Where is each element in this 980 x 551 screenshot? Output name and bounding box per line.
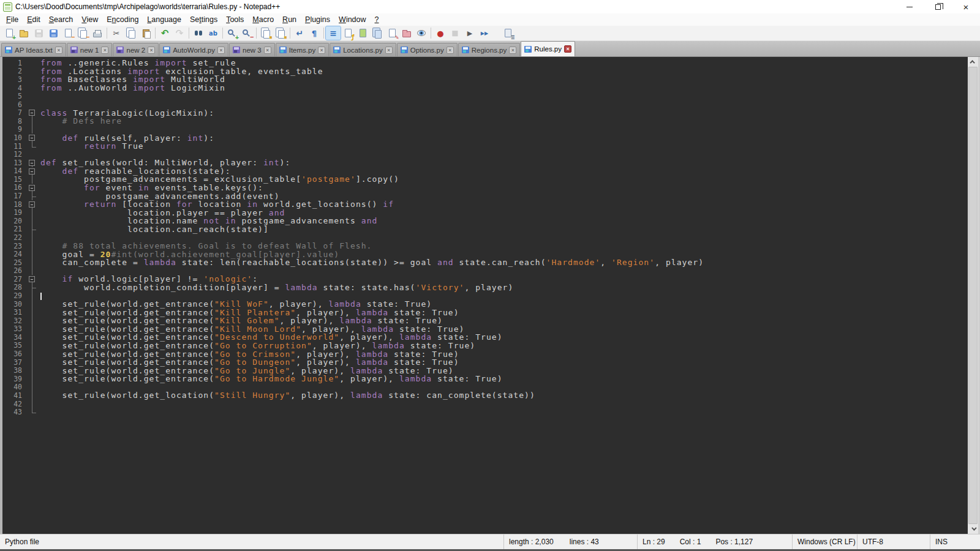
tab-new-1[interactable]: new 1×	[67, 43, 113, 56]
new-file-icon[interactable]: +	[2, 26, 17, 40]
tab-close-icon[interactable]: ×	[264, 47, 271, 54]
tab-close-icon[interactable]: ×	[55, 47, 62, 54]
menu-item-edit[interactable]: Edit	[23, 14, 45, 25]
menu-item-plugins[interactable]: Plugins	[301, 14, 334, 25]
menu-item-window[interactable]: Window	[334, 14, 370, 25]
tab-close-icon[interactable]: ×	[385, 47, 393, 54]
open-folder-icon[interactable]	[17, 26, 31, 40]
find-icon[interactable]	[191, 26, 206, 40]
menu-item-file[interactable]: File	[2, 14, 23, 25]
modification-panel-icon[interactable]: ≡	[500, 26, 515, 40]
tab-close-icon[interactable]: ×	[217, 47, 225, 54]
fold-collapse-icon[interactable]	[29, 135, 35, 141]
show-all-chars-icon[interactable]: ¶	[307, 26, 322, 40]
folder-workspace-icon[interactable]	[399, 26, 414, 40]
insert-mode-label[interactable]: INS	[935, 538, 948, 546]
tab-rules.py[interactable]: Rules.py×	[521, 41, 575, 56]
fold-margin[interactable]	[27, 133, 37, 142]
menu-item-view[interactable]: View	[77, 14, 102, 25]
tab-ap-ideas.txt[interactable]: AP Ideas.txt×	[1, 43, 66, 56]
close-all-icon[interactable]: −	[75, 26, 90, 40]
code-text[interactable]: can_complete = lambda state: len(reachab…	[37, 258, 704, 267]
menu-item-[interactable]: ?	[371, 14, 383, 25]
code-editor[interactable]: 1from ..generic.Rules import set_rule2fr…	[2, 57, 968, 534]
tab-close-icon[interactable]: ×	[509, 47, 516, 54]
fold-collapse-icon[interactable]	[29, 110, 35, 116]
macro-run-multiple-icon[interactable]: ▶▶	[477, 26, 492, 40]
fold-margin[interactable]	[27, 200, 37, 209]
fold-collapse-icon[interactable]	[29, 185, 35, 191]
print-icon[interactable]	[90, 26, 105, 40]
code-text[interactable]: set_rule(world.get_location("Still Hungr…	[37, 391, 535, 400]
minimize-button[interactable]	[895, 0, 924, 13]
tab-close-icon[interactable]: ×	[101, 47, 108, 54]
menu-item-encoding[interactable]: Encoding	[102, 14, 143, 25]
zoom-out-icon[interactable]: −	[239, 26, 254, 40]
tab-close-icon[interactable]: ×	[148, 47, 155, 54]
save-all-icon[interactable]	[46, 26, 61, 40]
word-wrap-icon[interactable]: ↵	[292, 26, 307, 40]
code-text[interactable]: # Defs here	[37, 116, 122, 126]
document-map-icon[interactable]	[355, 26, 370, 40]
indent-guide-icon[interactable]: ≡	[326, 26, 341, 40]
code-text[interactable]: return True	[37, 141, 144, 151]
menu-item-language[interactable]: Language	[143, 14, 186, 25]
code-text[interactable]: set_rule(world.get_entrance("Go to Hardm…	[37, 374, 503, 383]
paste-icon[interactable]	[138, 26, 153, 40]
eol-format-label[interactable]: Windows (CR LF)	[797, 538, 856, 546]
scroll-down-button[interactable]	[968, 524, 978, 534]
macro-stop-icon[interactable]: ■	[448, 26, 462, 40]
fold-collapse-icon[interactable]	[29, 160, 35, 166]
code-text[interactable]: from ..AutoWorld import LogicMixin	[37, 83, 225, 92]
menu-item-tools[interactable]: Tools	[222, 14, 248, 25]
tab-close-icon[interactable]: ×	[564, 45, 571, 53]
restore-button[interactable]	[924, 0, 952, 13]
sync-vertical-icon[interactable]: ▪	[258, 26, 273, 40]
view-eye-icon[interactable]	[414, 26, 429, 40]
menu-item-search[interactable]: Search	[45, 14, 78, 25]
close-button[interactable]: ×	[952, 0, 980, 13]
vertical-scrollbar[interactable]	[968, 57, 978, 534]
encoding-label[interactable]: UTF-8	[862, 538, 883, 546]
tab-regions.py[interactable]: Regions.py×	[458, 43, 521, 56]
menu-item-run[interactable]: Run	[278, 14, 301, 25]
edit-pencil-icon[interactable]: ✎	[385, 26, 399, 40]
redo-icon[interactable]: ↷	[172, 26, 187, 40]
fold-collapse-icon[interactable]	[29, 276, 35, 282]
tab-autoworld.py[interactable]: AutoWorld.py×	[159, 43, 228, 56]
fold-collapse-icon[interactable]	[29, 168, 35, 174]
cut-icon[interactable]: ✂	[109, 26, 124, 40]
function-list-icon[interactable]: ƒ	[341, 26, 355, 40]
zoom-in-icon[interactable]: +	[225, 26, 239, 40]
fold-margin[interactable]	[27, 184, 37, 192]
replace-icon[interactable]: ab	[206, 26, 221, 40]
tab-options.py[interactable]: Options.py×	[397, 43, 458, 56]
fold-margin[interactable]	[27, 108, 37, 117]
document-list-icon[interactable]	[370, 26, 385, 40]
fold-margin	[27, 391, 37, 400]
copy-icon[interactable]	[124, 26, 138, 40]
fold-margin[interactable]	[27, 167, 37, 176]
saved-file-icon	[333, 47, 341, 53]
scroll-up-button[interactable]	[968, 57, 978, 67]
macro-play-icon[interactable]: ▶	[462, 26, 477, 40]
tab-locations.py[interactable]: Locations.py×	[330, 43, 396, 56]
code-text[interactable]: location.can_reach(state)]	[37, 225, 269, 234]
close-file-icon[interactable]: −	[61, 26, 75, 40]
fold-margin[interactable]	[27, 275, 37, 283]
scrollbar-thumb[interactable]	[968, 67, 978, 524]
code-text[interactable]: world.completion_condition[player] = lam…	[37, 283, 513, 292]
save-icon[interactable]	[31, 26, 46, 40]
fold-margin[interactable]	[27, 159, 37, 167]
fold-collapse-icon[interactable]	[29, 201, 35, 208]
sync-horizontal-icon[interactable]: ▪	[273, 26, 288, 40]
menu-item-macro[interactable]: Macro	[248, 14, 278, 25]
tab-close-icon[interactable]: ×	[318, 47, 325, 54]
tab-new-3[interactable]: new 3×	[229, 43, 275, 56]
macro-record-icon[interactable]: ●	[433, 26, 448, 40]
tab-items.py[interactable]: Items.py×	[276, 43, 329, 56]
undo-icon[interactable]: ↶	[157, 26, 172, 40]
tab-new-2[interactable]: new 2×	[113, 43, 159, 56]
menu-item-settings[interactable]: Settings	[186, 14, 222, 25]
tab-close-icon[interactable]: ×	[447, 47, 454, 54]
